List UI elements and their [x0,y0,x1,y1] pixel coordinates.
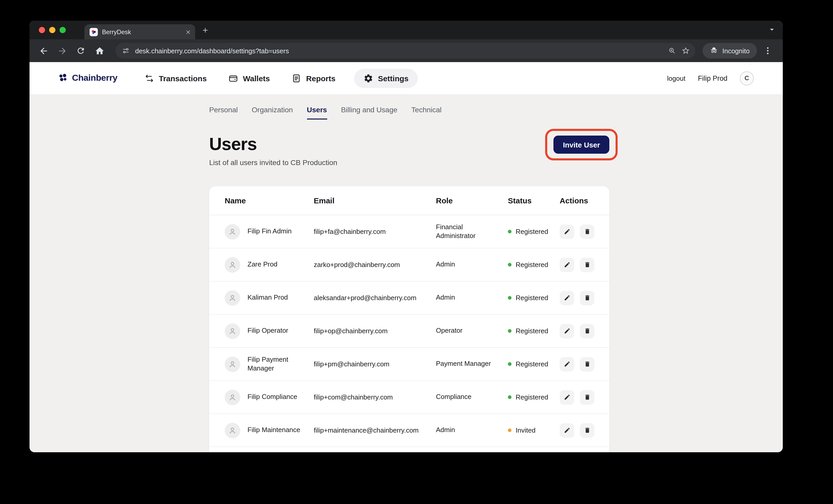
delete-user-button[interactable] [580,224,594,239]
users-section: Users List of all users invited to CB Pr… [209,134,609,452]
trash-icon [584,328,591,334]
berrydesk-favicon [90,28,98,36]
status-label: Registered [516,294,548,302]
page-subtitle: List of all users invited to CB Producti… [209,158,337,167]
status-dot [508,395,511,399]
browser-menu-icon[interactable] [760,43,776,58]
status-label: Registered [516,360,548,368]
user-status: Registered [508,261,560,269]
delete-user-button[interactable] [580,257,594,272]
report-document-icon [292,73,302,83]
user-avatar[interactable]: C [740,71,754,85]
user-avatar-icon [225,423,240,438]
tab-personal[interactable]: Personal [209,105,238,120]
row-actions [560,390,604,404]
desktop-background: BerryDesk [0,0,833,504]
column-actions: Actions [560,196,594,205]
tab-technical[interactable]: Technical [411,105,442,120]
user-avatar-icon [225,257,240,273]
settings-content: Personal Organization Users Billing and … [29,94,783,452]
browser-tab[interactable]: BerryDesk [85,24,195,39]
status-dot [508,296,511,300]
edit-user-button[interactable] [560,423,574,437]
nav-item-wallets[interactable]: Wallets [225,69,273,88]
trash-icon [584,394,591,401]
invite-user-button[interactable]: Invite User [554,135,609,154]
edit-user-button[interactable] [560,257,574,272]
edit-user-button[interactable] [560,291,574,305]
delete-user-button[interactable] [580,423,594,437]
status-label: Invited [516,426,536,434]
row-actions [560,423,604,437]
user-name: Zare Prod [247,260,278,269]
user-status: Registered [508,294,560,302]
user-email: filip+op@chainberry.com [314,327,436,335]
close-window-button[interactable] [39,27,45,33]
address-bar[interactable]: desk.chainberry.com/dashboard/settings?t… [115,43,695,58]
user-name-cell: Filip Payment Manager [225,356,314,373]
new-tab-button[interactable] [201,26,209,34]
table-row: Filip Maintenance filip+maintenance@chai… [209,414,609,447]
nav-item-reports[interactable]: Reports [289,69,339,88]
table-row: Filip Compliance filip+com@chainberry.co… [209,381,609,414]
tab-search-chevron-icon[interactable] [767,25,777,34]
status-dot [508,362,511,366]
user-status: Registered [508,360,560,368]
user-role: Admin [436,294,508,302]
edit-user-button[interactable] [560,324,574,338]
nav-item-transactions[interactable]: Transactions [141,69,210,88]
incognito-icon [710,46,718,56]
invite-button-wrap: Invite User [554,135,609,154]
delete-user-button[interactable] [580,291,594,305]
delete-user-button[interactable] [580,357,594,371]
user-name: Filip Operator [247,327,288,335]
logout-link[interactable]: logout [667,74,686,82]
user-email: filip+fa@chainberry.com [314,228,436,235]
table-row: Filip Fin Admin filip+fa@chainberry.com … [209,215,609,248]
main-nav: Transactions Wallets Reports Settings [141,69,418,88]
home-button[interactable] [92,43,107,58]
tab-billing-and-usage[interactable]: Billing and Usage [341,105,397,120]
title-block: Users List of all users invited to CB Pr… [209,134,337,167]
app-header: Chainberry Transactions Wallets Reports [29,62,783,94]
brand-logo[interactable]: Chainberry [57,72,118,84]
forward-button[interactable] [54,43,70,58]
delete-user-button[interactable] [580,324,594,338]
user-name-cell: Zare Prod [225,257,314,273]
bookmark-star-icon[interactable] [681,46,690,55]
pencil-icon [564,361,570,368]
edit-user-button[interactable] [560,357,574,371]
zoom-icon[interactable] [668,47,676,55]
maximize-window-button[interactable] [60,27,66,33]
user-name: Kaliman Prod [247,294,288,302]
chainberry-berry-icon [57,72,69,84]
user-avatar-icon [225,323,240,339]
column-role: Role [436,196,508,205]
close-tab-icon[interactable] [185,29,191,35]
minimize-window-button[interactable] [49,27,55,33]
delete-user-button[interactable] [580,390,594,404]
edit-user-button[interactable] [560,390,574,404]
trash-icon [584,228,591,235]
tab-users[interactable]: Users [307,105,327,120]
page-title: Users [209,134,337,154]
browser-tabstrip: BerryDesk [29,21,783,39]
status-dot [508,263,511,267]
tab-organization[interactable]: Organization [252,105,293,120]
pencil-icon [564,328,570,334]
user-role: Compliance [436,393,508,402]
table-header-row: Name Email Role Status Actions [209,186,609,215]
pencil-icon [564,427,570,434]
pencil-icon [564,394,570,401]
users-table-card: Name Email Role Status Actions Filip Fin… [209,186,609,452]
window-controls [29,27,73,33]
nav-item-settings[interactable]: Settings [354,69,418,88]
status-label: Registered [516,228,548,235]
gear-icon [363,73,373,83]
edit-user-button[interactable] [560,224,574,239]
reload-button[interactable] [73,43,89,58]
url-text[interactable]: desk.chainberry.com/dashboard/settings?t… [135,47,663,55]
site-settings-icon[interactable] [122,47,130,55]
back-button[interactable] [36,43,51,58]
tab-title: BerryDesk [102,28,181,35]
